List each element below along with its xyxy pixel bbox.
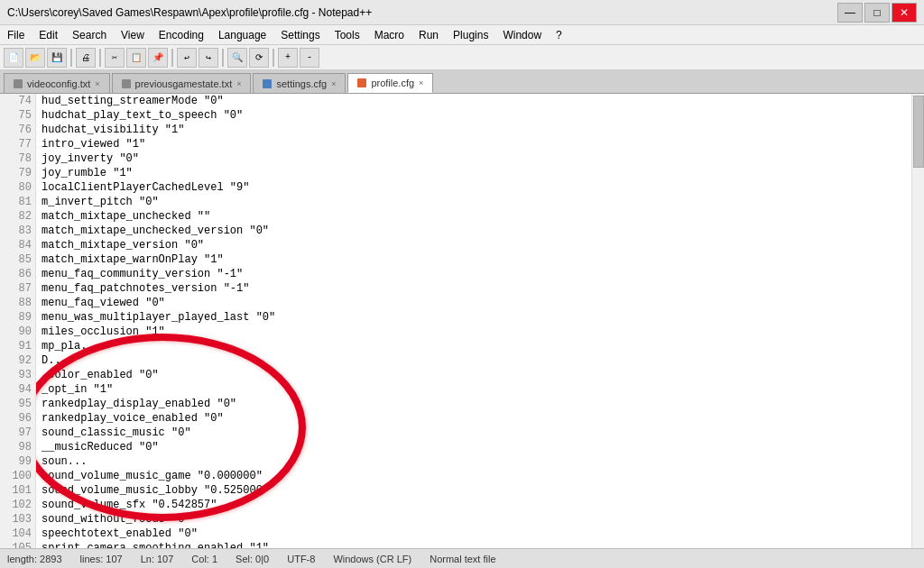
tab-profile-icon [357, 78, 366, 87]
code-line-86: menu_faq_community_version "-1" [42, 267, 911, 281]
menu-item-file[interactable]: File [0, 27, 32, 43]
menu-item-run[interactable]: Run [411, 27, 446, 43]
code-line-94: _opt_in "1" [42, 382, 911, 397]
tab-videoconfig-close[interactable]: × [95, 79, 99, 88]
code-line-74: hud_setting_streamerMode "0" [42, 94, 911, 108]
status-ln: Ln: 107 [141, 554, 174, 564]
code-line-87: menu_faq_patchnotes_version "-1" [42, 281, 911, 296]
tab-settings-label: settings.cfg [276, 78, 327, 89]
line-num-102: 102 [0, 498, 32, 512]
line-num-88: 88 [0, 296, 32, 310]
code-line-83: match_mixtape_unchecked_version "0" [42, 224, 911, 238]
menu-item-settings[interactable]: Settings [273, 27, 327, 43]
code-line-104: speechtotext_enabled "0" [42, 527, 911, 541]
tab-settings[interactable]: settings.cfg× [253, 73, 346, 93]
menu-item-edit[interactable]: Edit [32, 27, 65, 43]
menu-item-macro[interactable]: Macro [367, 27, 411, 43]
line-num-77: 77 [0, 137, 32, 151]
scrollbar[interactable] [911, 94, 924, 548]
line-num-87: 87 [0, 281, 32, 296]
code-line-82: match_mixtape_unchecked "" [42, 209, 911, 224]
code-line-88: menu_faq_viewed "0" [42, 296, 911, 310]
toolbar-new[interactable]: 📄 [4, 48, 23, 68]
tab-videoconfig[interactable]: videoconfig.txt× [4, 73, 110, 93]
toolbar-paste[interactable]: 📌 [148, 48, 168, 68]
line-num-74: 74 [0, 94, 32, 108]
title-bar: C:\Users\corey\Saved Games\Respawn\Apex\… [0, 0, 924, 25]
tab-previousgamestate-label: previousgamestate.txt [135, 78, 233, 89]
line-num-79: 79 [0, 166, 32, 180]
code-area[interactable]: hud_setting_streamerMode "0"hudchat_play… [36, 94, 911, 548]
tab-settings-close[interactable]: × [331, 79, 336, 88]
toolbar-save[interactable]: 💾 [47, 48, 67, 68]
code-line-84: match_mixtape_version "0" [42, 238, 911, 252]
toolbar-zoom-in[interactable]: + [278, 48, 298, 68]
menu-bar: FileEditSearchViewEncodingLanguageSettin… [0, 25, 924, 45]
line-num-105: 105 [0, 541, 32, 548]
menu-item-?[interactable]: ? [549, 27, 569, 43]
line-num-91: 91 [0, 339, 32, 353]
status-bar: length: 2893 lines: 107 Ln: 107 Col: 1 S… [0, 548, 924, 568]
menu-item-tools[interactable]: Tools [328, 27, 367, 43]
toolbar-replace[interactable]: ⟳ [249, 48, 269, 68]
toolbar-print[interactable]: 🖨 [76, 48, 96, 68]
minimize-button[interactable]: — [837, 3, 863, 23]
tab-videoconfig-label: videoconfig.txt [27, 78, 90, 89]
toolbar-undo[interactable]: ↩ [177, 48, 197, 68]
menu-item-window[interactable]: Window [495, 27, 549, 43]
tab-profile[interactable]: profile.cfg× [347, 73, 433, 93]
toolbar-find[interactable]: 🔍 [227, 48, 247, 68]
code-line-91: mp_pla... [42, 339, 911, 353]
line-num-86: 86 [0, 267, 32, 281]
code-line-78: joy_inverty "0" [42, 151, 911, 166]
line-numbers: 7475767778798081828384858687888990919293… [0, 94, 36, 548]
scrollbar-thumb[interactable] [913, 96, 924, 168]
code-line-76: hudchat_visibility "1" [42, 123, 911, 137]
line-num-75: 75 [0, 108, 32, 123]
toolbar-redo[interactable]: ↪ [199, 48, 218, 68]
status-type: Normal text file [430, 554, 495, 564]
line-num-89: 89 [0, 310, 32, 325]
toolbar-sep-3 [171, 49, 173, 67]
code-line-96: rankedplay_voice_enabled "0" [42, 411, 911, 426]
tab-previousgamestate-close[interactable]: × [236, 79, 241, 88]
status-length: length: 2893 [7, 554, 62, 564]
line-num-98: 98 [0, 440, 32, 454]
line-num-93: 93 [0, 368, 32, 382]
menu-item-language[interactable]: Language [211, 27, 273, 43]
toolbar-open[interactable]: 📂 [25, 48, 45, 68]
toolbar-sep-1 [70, 49, 72, 67]
maximize-button[interactable]: □ [864, 3, 890, 23]
code-line-95: rankedplay_display_enabled "0" [42, 397, 911, 411]
code-line-81: m_invert_pitch "0" [42, 195, 911, 209]
line-num-104: 104 [0, 527, 32, 541]
line-num-92: 92 [0, 353, 32, 368]
line-num-96: 96 [0, 411, 32, 426]
code-line-80: localClientPlayerCachedLevel "9" [42, 180, 911, 195]
status-eol: Windows (CR LF) [333, 554, 411, 564]
line-num-78: 78 [0, 151, 32, 166]
line-num-85: 85 [0, 252, 32, 267]
code-line-105: sprint_camera_smoothing_enabled "1" [42, 541, 911, 548]
toolbar-cut[interactable]: ✂ [105, 48, 125, 68]
tab-profile-close[interactable]: × [419, 78, 423, 87]
tab-previousgamestate[interactable]: previousgamestate.txt× [112, 73, 252, 93]
toolbar-copy[interactable]: 📋 [126, 48, 146, 68]
editor-container: 7475767778798081828384858687888990919293… [0, 94, 924, 548]
code-line-77: intro_viewed "1" [42, 137, 911, 151]
tab-videoconfig-icon [14, 79, 23, 88]
menu-item-search[interactable]: Search [65, 27, 114, 43]
line-num-101: 101 [0, 483, 32, 498]
line-num-100: 100 [0, 469, 32, 483]
tab-profile-label: profile.cfg [371, 78, 414, 88]
status-encoding: UTF-8 [287, 554, 315, 564]
title-text: C:\Users\corey\Saved Games\Respawn\Apex\… [7, 6, 372, 19]
menu-item-view[interactable]: View [114, 27, 152, 43]
line-num-94: 94 [0, 382, 32, 397]
menu-item-encoding[interactable]: Encoding [152, 27, 211, 43]
code-line-89: menu_was_multiplayer_played_last "0" [42, 310, 911, 325]
close-button[interactable]: ✕ [892, 3, 917, 23]
toolbar-zoom-out[interactable]: - [300, 48, 319, 68]
code-line-100: sound_volume_music_game "0.000000" [42, 469, 911, 483]
menu-item-plugins[interactable]: Plugins [446, 27, 495, 43]
